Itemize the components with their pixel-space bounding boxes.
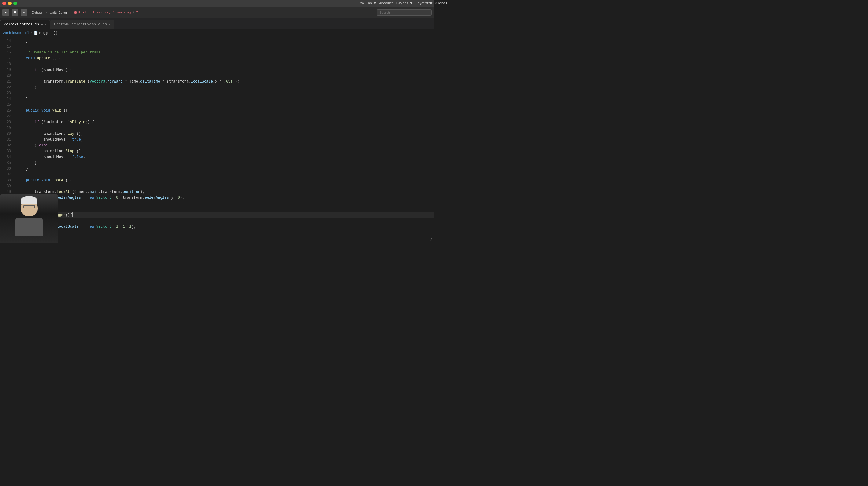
- person-beanie: [21, 196, 37, 204]
- pause-button[interactable]: ⏸: [11, 9, 18, 16]
- table-row: transform.localScale += new Vector3 (1, …: [17, 224, 434, 230]
- titlebar: Center Global Collab ▼ Account Layers ▼ …: [0, 0, 434, 7]
- table-row: [17, 218, 434, 224]
- table-row: [17, 90, 434, 96]
- table-row: [17, 207, 434, 212]
- tab-label: ZombieControl.cs: [4, 22, 39, 27]
- path-separator: >: [44, 11, 47, 15]
- center-label[interactable]: Center: [421, 2, 433, 5]
- table-row: }: [17, 166, 434, 172]
- search-input[interactable]: [377, 9, 432, 16]
- tab-close-icon[interactable]: ✕: [44, 23, 46, 26]
- table-row: }: [17, 230, 434, 236]
- breadcrumb-separator: >: [31, 31, 33, 35]
- table-row: }: [17, 241, 434, 243]
- table-row: [17, 114, 434, 119]
- error-dot: [74, 11, 77, 14]
- table-row: if (shouldMove) {: [17, 67, 434, 73]
- table-row: void Update () {: [17, 56, 434, 61]
- table-row: }: [17, 96, 434, 102]
- person-glasses: [23, 205, 35, 208]
- build-error-text: Build: 7 errors, 1 warning: [79, 11, 131, 15]
- play-button[interactable]: ▶: [2, 9, 9, 16]
- tab-label: UnityARHitTestExample.cs: [54, 22, 107, 27]
- tab-bar: ZombieControl.cs ✕ UnityARHitTestExample…: [0, 18, 434, 29]
- layers-button[interactable]: Layers ▼: [396, 2, 412, 5]
- code-content[interactable]: } // Update is called once per frame voi…: [15, 37, 434, 243]
- window-controls: [2, 2, 17, 5]
- status-icon: ⚡: [430, 236, 433, 242]
- table-row: }: [17, 201, 434, 207]
- account-button[interactable]: Account: [379, 2, 393, 5]
- table-row: transform.eulerAngles = new Vector3 (0, …: [17, 195, 434, 201]
- table-row: transform.LookAt (Camera.main.transform.…: [17, 189, 434, 195]
- table-row: shouldMove = true;: [17, 137, 434, 143]
- tab-modified-dot: [41, 24, 43, 25]
- code-area: 1415161718192021222324252627282930313233…: [0, 37, 434, 243]
- table-row: animation.Play ();: [17, 131, 434, 137]
- table-row: [17, 236, 434, 241]
- breadcrumb: ZombieControl > 📄 Bigger (): [0, 29, 434, 37]
- table-row: } else {: [17, 143, 434, 148]
- unity-editor-button[interactable]: Unity Editor: [48, 10, 69, 15]
- minimize-button[interactable]: [8, 2, 11, 5]
- table-row: public void LookAt(){: [17, 178, 434, 183]
- table-row: // Update is called once per frame: [17, 50, 434, 56]
- table-row: [17, 183, 434, 189]
- breadcrumb-class[interactable]: ZombieControl: [3, 31, 29, 35]
- person-body: [15, 218, 43, 236]
- breadcrumb-method[interactable]: Bigger (): [39, 31, 57, 35]
- code-editor[interactable]: 1415161718192021222324252627282930313233…: [0, 37, 434, 243]
- webcam-overlay: [0, 194, 58, 243]
- close-button[interactable]: [2, 2, 6, 5]
- tab-zombie-control[interactable]: ZombieControl.cs ✕: [0, 20, 51, 29]
- table-row: public void Bigger(){: [17, 212, 434, 218]
- titlebar-center: Center Global: [421, 2, 434, 5]
- person-head: [21, 200, 37, 217]
- table-row: [17, 102, 434, 108]
- webcam-person: [0, 194, 58, 243]
- table-row: [17, 73, 434, 79]
- table-row: if (!animation.isPlaying) {: [17, 119, 434, 125]
- table-row: shouldMove = false;: [17, 154, 434, 160]
- table-row: }: [17, 38, 434, 44]
- tab-unity-ar[interactable]: UnityARHitTestExample.cs ✕: [51, 20, 114, 29]
- error-count: 7: [136, 11, 138, 15]
- maximize-button[interactable]: [13, 2, 17, 5]
- table-row: [17, 125, 434, 131]
- table-row: [17, 61, 434, 67]
- tab-close-icon[interactable]: ✕: [109, 23, 111, 26]
- table-row: }: [17, 85, 434, 90]
- table-row: public void Walk(){: [17, 108, 434, 114]
- toolbar: ▶ ⏸ ⏭ Debug > Unity Editor Build: 7 erro…: [0, 7, 434, 18]
- file-icon: 📄: [34, 31, 38, 35]
- step-button[interactable]: ⏭: [21, 9, 28, 16]
- gear-icon: ⚙: [132, 10, 135, 15]
- table-row: animation.Stop ();: [17, 148, 434, 154]
- debug-path: Debug > Unity Editor: [30, 10, 69, 15]
- table-row: [17, 172, 434, 178]
- build-error-panel[interactable]: Build: 7 errors, 1 warning ⚙ 7: [71, 9, 141, 15]
- table-row: transform.Translate (Vector3.forward * T…: [17, 79, 434, 85]
- debug-button[interactable]: Debug: [30, 10, 43, 15]
- table-row: [17, 44, 434, 50]
- collab-button[interactable]: Collab ▼: [360, 2, 376, 5]
- table-row: }: [17, 160, 434, 166]
